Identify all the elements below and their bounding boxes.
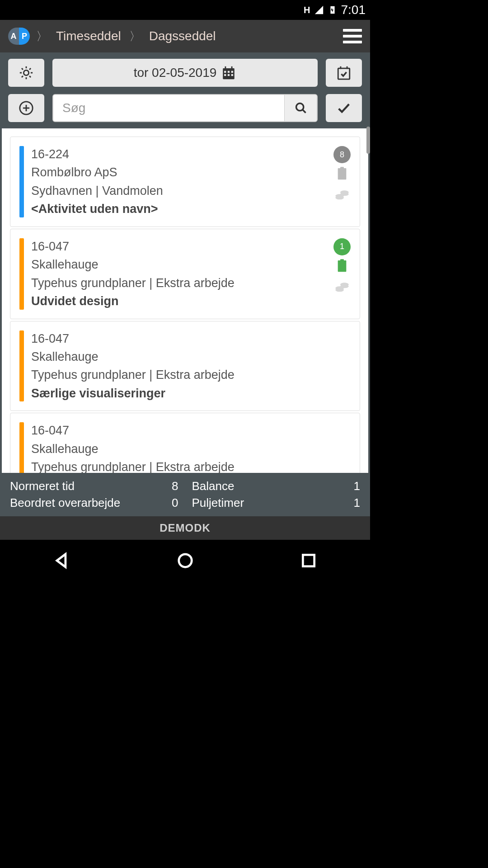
svg-line-6 bbox=[29, 76, 31, 77]
calendar-grid-icon bbox=[221, 65, 236, 80]
svg-rect-28 bbox=[340, 171, 345, 172]
task-code: 16-047 bbox=[31, 422, 354, 439]
search-icon bbox=[295, 102, 307, 114]
breadcrumb: 〉 Timeseddel 〉 Dagsseddel bbox=[36, 28, 343, 44]
task-project: Typehus grundplaner | Ekstra arbejde bbox=[31, 275, 333, 291]
svg-rect-9 bbox=[223, 68, 235, 79]
svg-point-41 bbox=[335, 288, 344, 292]
battery-charging-icon bbox=[328, 5, 338, 15]
svg-rect-11 bbox=[231, 66, 233, 69]
summary-label-normeret: Normeret tid bbox=[10, 479, 154, 493]
summary-value-normeret: 8 bbox=[168, 479, 178, 493]
task-activity: Udvidet design bbox=[31, 293, 333, 309]
check-icon bbox=[336, 100, 352, 116]
search-input[interactable] bbox=[53, 95, 284, 121]
clock-time: 7:01 bbox=[341, 3, 366, 17]
card-list[interactable]: 16-224 Rombølbro ApS Sydhavnen | Vandmol… bbox=[2, 128, 368, 473]
toolbar: tor 02-05-2019 bbox=[0, 52, 370, 127]
search-button[interactable] bbox=[284, 95, 317, 121]
summary-label-overarbejde: Beordret overarbejde bbox=[10, 496, 154, 510]
card-color-bar bbox=[19, 422, 24, 473]
svg-line-8 bbox=[29, 68, 31, 70]
scrollbar[interactable] bbox=[366, 127, 370, 154]
date-picker-button[interactable]: tor 02-05-2019 bbox=[52, 59, 318, 87]
task-project: Typehus grundplaner | Ekstra arbejde bbox=[31, 367, 354, 383]
android-navbar bbox=[0, 540, 370, 581]
menu-button[interactable] bbox=[343, 29, 362, 43]
task-activity: <Aktivitet uden navn> bbox=[31, 201, 333, 217]
date-display: tor 02-05-2019 bbox=[134, 66, 217, 80]
task-code: 16-047 bbox=[31, 238, 333, 255]
svg-point-0 bbox=[23, 70, 28, 75]
card-color-bar bbox=[19, 330, 24, 402]
calendar-check-button[interactable] bbox=[326, 59, 362, 87]
svg-rect-38 bbox=[340, 266, 345, 267]
task-card[interactable]: 16-047 Skallehauge Typehus grundplaner |… bbox=[10, 229, 360, 319]
plus-circle-icon bbox=[19, 100, 34, 116]
svg-rect-30 bbox=[340, 176, 345, 177]
search-wrap bbox=[52, 94, 318, 122]
clipboard-icon bbox=[335, 258, 349, 275]
svg-rect-15 bbox=[224, 74, 226, 76]
svg-line-5 bbox=[22, 68, 23, 70]
task-card[interactable]: 16-224 Rombølbro ApS Sydhavnen | Vandmol… bbox=[10, 137, 360, 227]
back-icon[interactable] bbox=[53, 552, 70, 569]
task-project: Typehus grundplaner | Ekstra arbejde bbox=[31, 459, 354, 473]
recent-icon[interactable] bbox=[300, 552, 317, 569]
task-code: 16-224 bbox=[31, 146, 333, 162]
sun-icon bbox=[19, 65, 34, 80]
day-mode-button[interactable] bbox=[8, 59, 44, 87]
svg-rect-45 bbox=[303, 555, 314, 566]
task-client: Skallehauge bbox=[31, 256, 333, 273]
breadcrumb-item-dagsseddel[interactable]: Dagsseddel bbox=[149, 29, 216, 43]
svg-rect-13 bbox=[228, 71, 230, 73]
task-client: Rombølbro ApS bbox=[31, 164, 333, 180]
svg-rect-17 bbox=[231, 74, 233, 76]
task-card[interactable]: 16-047 Skallehauge Typehus grundplaner |… bbox=[10, 321, 360, 411]
status-bar: H 7:01 bbox=[0, 0, 370, 20]
breadcrumb-item-timeseddel[interactable]: Timeseddel bbox=[56, 29, 121, 43]
svg-rect-39 bbox=[340, 268, 345, 269]
app-logo[interactable]: AP bbox=[8, 28, 30, 45]
svg-rect-27 bbox=[340, 167, 344, 169]
confirm-button[interactable] bbox=[326, 94, 362, 122]
svg-point-32 bbox=[335, 196, 344, 199]
summary-value-balance: 1 bbox=[349, 479, 360, 493]
calendar-check-icon bbox=[336, 65, 352, 80]
summary-value-puljetimer: 1 bbox=[349, 496, 360, 510]
svg-rect-14 bbox=[231, 71, 233, 73]
svg-rect-12 bbox=[224, 71, 226, 73]
svg-rect-18 bbox=[338, 68, 350, 79]
clipboard-icon bbox=[335, 166, 349, 183]
svg-line-7 bbox=[22, 76, 23, 77]
task-card[interactable]: 16-047 Skallehauge Typehus grundplaner |… bbox=[10, 413, 360, 473]
card-color-bar bbox=[19, 238, 24, 310]
signal-icon bbox=[314, 5, 324, 15]
breadcrumb-sep-icon: 〉 bbox=[36, 28, 48, 44]
svg-rect-16 bbox=[228, 74, 230, 76]
svg-rect-37 bbox=[340, 263, 345, 264]
summary-label-puljetimer: Puljetimer bbox=[192, 496, 336, 510]
coins-icon bbox=[335, 186, 349, 203]
svg-rect-10 bbox=[225, 66, 226, 69]
app-header: AP 〉 Timeseddel 〉 Dagsseddel bbox=[0, 20, 370, 52]
hours-badge: 1 bbox=[333, 238, 351, 255]
coins-icon bbox=[335, 278, 349, 295]
svg-point-43 bbox=[340, 284, 349, 288]
svg-rect-36 bbox=[340, 259, 344, 261]
home-icon[interactable] bbox=[177, 552, 194, 569]
summary-value-overarbejde: 0 bbox=[168, 496, 178, 510]
svg-point-44 bbox=[178, 554, 192, 567]
task-code: 16-047 bbox=[31, 330, 354, 347]
hours-badge: 8 bbox=[333, 146, 351, 163]
task-activity: Særlige visualiseringer bbox=[31, 385, 354, 401]
add-button[interactable] bbox=[8, 94, 44, 122]
network-type-badge: H bbox=[304, 5, 310, 15]
svg-point-24 bbox=[296, 104, 303, 111]
task-client: Skallehauge bbox=[31, 349, 354, 365]
svg-line-25 bbox=[302, 110, 305, 113]
breadcrumb-sep-icon: 〉 bbox=[129, 28, 141, 44]
task-project: Sydhavnen | Vandmolen bbox=[31, 183, 333, 199]
content-area: 16-224 Rombølbro ApS Sydhavnen | Vandmol… bbox=[0, 127, 370, 473]
summary-label-balance: Balance bbox=[192, 479, 336, 493]
